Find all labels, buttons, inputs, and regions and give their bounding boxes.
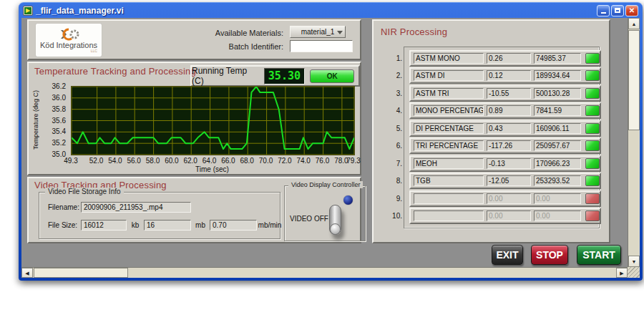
exit-button[interactable]: EXIT bbox=[492, 245, 523, 265]
status-led bbox=[585, 105, 600, 116]
component-name-field[interactable]: DI PERCENTAGE bbox=[414, 123, 484, 134]
nir-row: 5.DI PERCENTAGE0.43160906.11 bbox=[378, 120, 601, 137]
x-tick-label: 72.0 bbox=[278, 157, 291, 165]
video-status-led bbox=[343, 195, 353, 205]
value2-field: 170966.23 bbox=[534, 158, 581, 169]
nir-section-title: NIR Processing bbox=[381, 26, 447, 37]
component-name-field[interactable]: TGB bbox=[414, 175, 484, 186]
temperature-section-title: Temperature Tracking and Processing bbox=[34, 66, 196, 77]
x-tick-label: 70.0 bbox=[259, 157, 273, 165]
close-button[interactable]: ✕ bbox=[625, 5, 638, 16]
row-box: ASTM TRI-10.55500130.28 bbox=[409, 85, 601, 102]
ok-indicator[interactable]: OK bbox=[310, 69, 354, 83]
component-name-field[interactable]: TRI PERCENTAGE bbox=[414, 140, 484, 151]
mb-unit-label: mb bbox=[191, 221, 210, 229]
x-tick-label: 58.0 bbox=[146, 157, 160, 165]
video-toggle-switch[interactable] bbox=[329, 205, 341, 235]
value1-field: 0.00 bbox=[487, 193, 531, 204]
value2-field: 0.00 bbox=[534, 193, 581, 204]
value2-field: 189934.64 bbox=[534, 70, 581, 81]
stop-button[interactable]: STOP bbox=[531, 245, 568, 265]
company-logo: Köd Integrations LLC bbox=[36, 24, 102, 57]
status-led bbox=[585, 123, 600, 134]
status-led bbox=[585, 70, 600, 81]
value2-field: 0.00 bbox=[534, 210, 581, 221]
component-name-field[interactable] bbox=[414, 193, 484, 204]
nir-row: 9.0.000.00 bbox=[378, 190, 601, 208]
filename-label: Filename: bbox=[48, 203, 81, 211]
minimize-button[interactable] bbox=[597, 5, 610, 16]
x-tick-label: 49.3 bbox=[64, 157, 77, 165]
selected-material: material_1 bbox=[301, 28, 335, 36]
batch-identifier-input[interactable] bbox=[290, 40, 353, 52]
value1-field: -10.55 bbox=[487, 88, 531, 99]
row-box: TRI PERCENTAGE-117.26250957.67 bbox=[409, 137, 601, 154]
scroll-down-icon[interactable]: ▼ bbox=[628, 256, 640, 267]
row-box: ASTM MONO0.2674985.37 bbox=[409, 50, 601, 67]
scroll-up-icon[interactable]: ▲ bbox=[628, 18, 640, 29]
row-box: 0.000.00 bbox=[409, 190, 601, 207]
video-storage-legend: Video File Storage Info bbox=[45, 188, 124, 195]
y-tick-label: 36.2 bbox=[52, 82, 66, 90]
title-bar[interactable]: ▶ _flir_data_manager.vi ✕ bbox=[21, 3, 640, 18]
filesize-mb-field: 16 bbox=[144, 220, 191, 231]
video-display-controller-groupbox: Video Display Controller VIDEO OFF bbox=[284, 185, 366, 241]
value1-field: 0.26 bbox=[487, 53, 531, 64]
y-tick-label: 35.8 bbox=[52, 105, 66, 112]
vertical-scrollbar[interactable]: ▲ ▼ bbox=[628, 18, 640, 267]
horizontal-scrollbar[interactable]: ◀ ▶ bbox=[21, 267, 628, 278]
status-led bbox=[585, 210, 600, 221]
app-window: ▶ _flir_data_manager.vi ✕ Köd Integratio… bbox=[19, 2, 643, 281]
x-tick-label: 56.0 bbox=[127, 157, 140, 165]
maximize-button[interactable] bbox=[611, 5, 624, 16]
component-name-field[interactable]: MONO PERCENTAGE bbox=[414, 105, 484, 116]
temperature-chart[interactable] bbox=[71, 86, 355, 155]
row-box: DI PERCENTAGE0.43160906.11 bbox=[409, 120, 601, 137]
resize-grip[interactable] bbox=[628, 267, 640, 278]
window-title: _flir_data_manager.vi bbox=[36, 6, 594, 16]
x-axis-label: Time (sec) bbox=[71, 165, 353, 173]
start-button[interactable]: START bbox=[577, 245, 621, 265]
batch-identifier-label: Batch Identifier: bbox=[229, 42, 283, 51]
filesize-kb-field: 16012 bbox=[81, 220, 127, 231]
value2-field: 7841.59 bbox=[534, 105, 581, 116]
video-panel: Video Tracking and Processing Video File… bbox=[27, 177, 361, 243]
x-tick-label: 62.0 bbox=[183, 157, 197, 165]
available-materials-dropdown[interactable]: material_1 bbox=[290, 26, 346, 38]
video-storage-groupbox: Video File Storage Info Filename: 200909… bbox=[39, 192, 280, 239]
status-led bbox=[585, 158, 600, 169]
row-box: MONO PERCENTAGE0.897841.59 bbox=[409, 102, 601, 119]
running-temp-box: Running Temp (C) 35.30 OK bbox=[190, 65, 360, 87]
row-index: 9. bbox=[378, 195, 409, 203]
value1-field: 0.43 bbox=[487, 123, 531, 134]
horizontal-scroll-thumb[interactable] bbox=[34, 268, 128, 278]
status-led bbox=[585, 88, 600, 99]
nir-row: 7.MEOH-0.13170966.23 bbox=[378, 155, 601, 173]
vertical-scroll-thumb[interactable] bbox=[628, 30, 640, 130]
scroll-left-icon[interactable]: ◀ bbox=[21, 268, 33, 278]
temperature-panel: Temperature Tracking and Processing Runn… bbox=[27, 62, 361, 175]
nir-row: 3.ASTM TRI-10.55500130.28 bbox=[378, 84, 601, 102]
chevron-down-icon bbox=[337, 31, 343, 34]
nir-row: 4.MONO PERCENTAGE0.897841.59 bbox=[378, 102, 601, 120]
front-panel: Köd Integrations LLC Available Materials… bbox=[21, 18, 640, 278]
component-name-field[interactable]: MEOH bbox=[414, 158, 484, 169]
component-name-field[interactable]: ASTM MONO bbox=[414, 53, 484, 64]
gear-logo-icon bbox=[57, 27, 81, 42]
scroll-right-icon[interactable]: ▶ bbox=[616, 268, 628, 278]
nir-rows-list: 1.ASTM MONO0.2674985.372.ASTM DI0.121899… bbox=[378, 49, 601, 225]
row-box: ASTM DI0.12189934.64 bbox=[409, 67, 601, 84]
component-name-field[interactable] bbox=[414, 210, 484, 221]
value1-field: -117.26 bbox=[487, 140, 531, 151]
component-name-field[interactable]: ASTM TRI bbox=[414, 88, 484, 99]
status-led bbox=[585, 193, 600, 204]
status-led bbox=[585, 140, 600, 151]
component-name-field[interactable]: ASTM DI bbox=[414, 70, 484, 81]
y-tick-label: 35.4 bbox=[52, 127, 66, 135]
y-tick-label: 35.6 bbox=[52, 116, 66, 124]
x-tick-label: 76.0 bbox=[316, 157, 329, 165]
header-panel: Köd Integrations LLC Available Materials… bbox=[27, 19, 361, 60]
x-tick-label: 64.0 bbox=[203, 157, 216, 165]
filename-field: 20090906_211953_.mp4 bbox=[81, 202, 191, 213]
labview-app-icon: ▶ bbox=[23, 6, 33, 16]
